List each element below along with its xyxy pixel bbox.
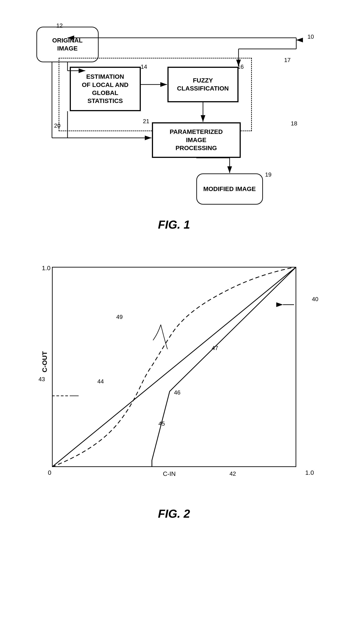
x-min-label: 0 bbox=[48, 469, 51, 476]
ref-43: 43 bbox=[39, 376, 45, 383]
y-axis-label: C-OUT bbox=[41, 351, 48, 372]
page: 10 ORIGINALIMAGE 12 17 ESTIMATIONOF LOCA… bbox=[0, 0, 348, 644]
svg-line-16 bbox=[52, 267, 296, 467]
modified-image-label: MODIFIED IMAGE bbox=[203, 185, 256, 193]
fuzzy-label: FUZZYCLASSIFICATION bbox=[177, 76, 229, 93]
ref-16: 16 bbox=[237, 64, 244, 70]
ref-10: 10 bbox=[308, 33, 314, 40]
original-image-box: ORIGINALIMAGE bbox=[36, 27, 99, 62]
ref-40: 40 bbox=[312, 296, 319, 303]
x-max-label: 1.0 bbox=[305, 469, 314, 476]
y-max-label: 1.0 bbox=[42, 265, 51, 272]
original-image-label: ORIGINALIMAGE bbox=[52, 36, 83, 53]
ref-17: 17 bbox=[284, 57, 291, 64]
ref-21: 21 bbox=[143, 118, 150, 125]
estimation-box: ESTIMATIONOF LOCAL ANDGLOBALSTATISTICS bbox=[70, 67, 141, 111]
ref-19: 19 bbox=[265, 171, 272, 178]
chart-svg bbox=[52, 267, 296, 467]
ref-12: 12 bbox=[56, 22, 63, 29]
fig1-diagram: 10 ORIGINALIMAGE 12 17 ESTIMATIONOF LOCA… bbox=[30, 13, 319, 214]
ref-14: 14 bbox=[141, 64, 147, 70]
estimation-label: ESTIMATIONOF LOCAL ANDGLOBALSTATISTICS bbox=[82, 73, 129, 105]
x-axis-label: C-IN bbox=[163, 470, 176, 478]
ref-20: 20 bbox=[54, 122, 61, 129]
ref-18: 18 bbox=[291, 120, 297, 127]
fig1-container: 10 ORIGINALIMAGE 12 17 ESTIMATIONOF LOCA… bbox=[30, 13, 319, 231]
fuzzy-box: FUZZYCLASSIFICATION bbox=[168, 67, 238, 102]
ref-42: 42 bbox=[230, 470, 236, 477]
fig2-label: FIG. 2 bbox=[30, 507, 319, 520]
fig2-container: C-OUT 1.0 0 1.0 C-IN 40 42 43 44 45 46 4… bbox=[30, 258, 319, 520]
fig1-label: FIG. 1 bbox=[30, 218, 319, 231]
fig2-diagram: C-OUT 1.0 0 1.0 C-IN 40 42 43 44 45 46 4… bbox=[30, 258, 319, 502]
param-label: PARAMETERIZEDIMAGEPROCESSING bbox=[170, 128, 223, 152]
modified-image-box: MODIFIED IMAGE bbox=[196, 174, 263, 204]
param-box: PARAMETERIZEDIMAGEPROCESSING bbox=[152, 122, 241, 158]
